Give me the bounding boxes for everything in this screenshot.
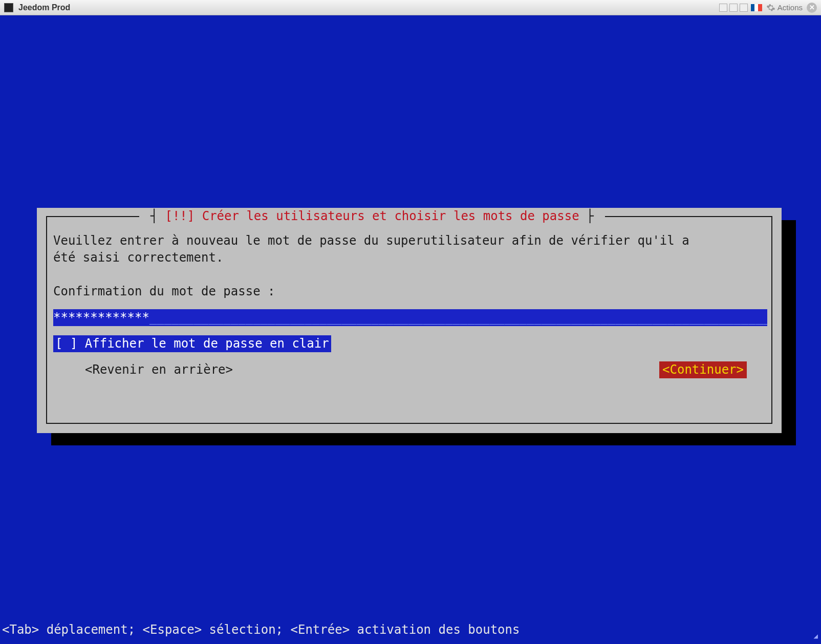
go-back-button[interactable]: <Revenir en arrière> (85, 361, 233, 378)
window-max-button[interactable] (729, 4, 738, 12)
dialog-body-line2: été saisi correctement. (53, 249, 765, 266)
console-screen: ┤[!!] Créer les utilisateurs et choisir … (0, 15, 821, 644)
password-input[interactable]: *************___________________________… (53, 309, 767, 326)
window-min-button[interactable] (719, 4, 727, 12)
dialog-body-line1: Veuillez entrer à nouveau le mot de pass… (53, 232, 765, 249)
gear-icon[interactable] (766, 3, 775, 12)
keyboard-hint: <Tab> déplacement; <Espace> sélection; <… (2, 622, 520, 637)
close-icon[interactable]: ✕ (807, 3, 817, 13)
window-restore-button[interactable] (740, 4, 748, 12)
terminal-icon (4, 3, 13, 12)
flag-fr-icon (751, 4, 762, 11)
dialog-border: ┤[!!] Créer les utilisateurs et choisir … (46, 216, 772, 424)
show-password-checkbox[interactable]: [ ] Afficher le mot de passe en clair (53, 335, 331, 352)
continue-button[interactable]: <Continuer> (659, 361, 747, 378)
dialog-title: ┤[!!] Créer les utilisateurs et choisir … (139, 208, 605, 225)
resize-grip-icon[interactable]: ◢ (809, 632, 818, 641)
password-prompt: Confirmation du mot de passe : (53, 283, 765, 300)
actions-label[interactable]: Actions (777, 3, 803, 12)
window-titlebar: Jeedom Prod Actions ✕ (0, 0, 821, 15)
window-title: Jeedom Prod (18, 3, 70, 12)
installer-dialog: ┤[!!] Créer les utilisateurs et choisir … (37, 208, 782, 433)
